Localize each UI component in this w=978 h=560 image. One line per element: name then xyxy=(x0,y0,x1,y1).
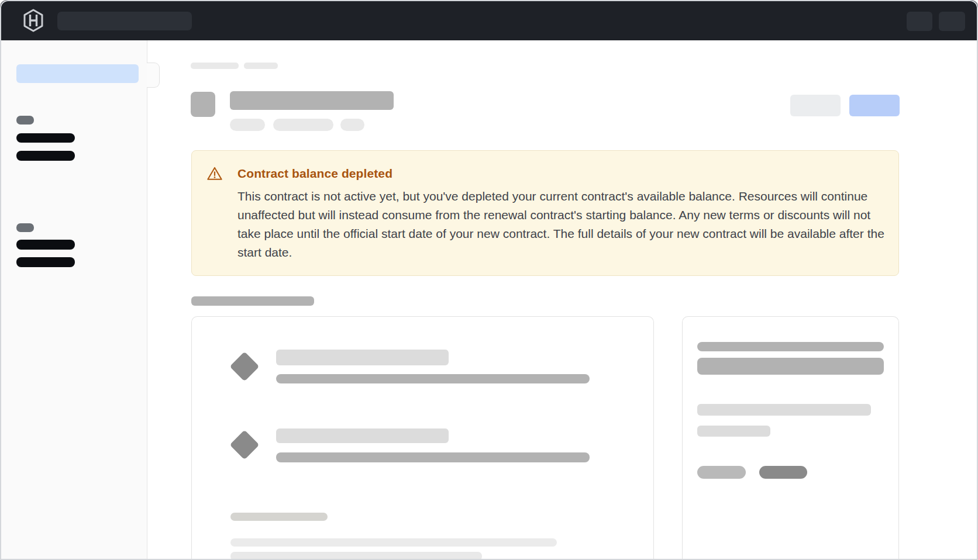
hashicorp-logo-icon[interactable] xyxy=(22,8,44,33)
alert-body: This contract is not active yet, but you… xyxy=(237,187,887,262)
page-badge-placeholder xyxy=(230,119,265,131)
diamond-icon xyxy=(230,430,260,460)
card-footer-line-placeholder xyxy=(230,552,482,560)
detail-heading-placeholder xyxy=(697,358,884,375)
card-footer-label-placeholder xyxy=(230,513,328,521)
breadcrumb-placeholder xyxy=(244,63,278,69)
detail-pill-button-placeholder[interactable] xyxy=(697,466,746,479)
sidebar-active-item-placeholder[interactable] xyxy=(16,64,139,83)
detail-heading-placeholder xyxy=(697,342,884,351)
sidebar-section-label-placeholder-2 xyxy=(16,223,34,232)
list-item-subtitle-placeholder xyxy=(276,374,590,383)
secondary-button-placeholder[interactable] xyxy=(790,95,841,116)
primary-button-placeholder[interactable] xyxy=(849,95,900,116)
page-badge-placeholder xyxy=(340,119,364,131)
sidebar-section-label-placeholder-1 xyxy=(16,116,34,125)
warning-alert: Contract balance depleted This contract … xyxy=(191,150,899,276)
list-item-subtitle-placeholder xyxy=(276,452,590,462)
sidebar-collapse-handle[interactable] xyxy=(147,63,160,88)
sidebar xyxy=(0,40,147,560)
topbar-action-placeholder-2[interactable] xyxy=(939,12,965,31)
section-title-placeholder xyxy=(191,296,314,306)
alert-title: Contract balance depleted xyxy=(237,167,392,181)
detail-pill-button-placeholder[interactable] xyxy=(759,466,807,479)
card-footer-line-placeholder xyxy=(230,538,557,547)
diamond-icon xyxy=(230,352,260,382)
sidebar-nav-item-placeholder[interactable] xyxy=(16,240,75,250)
warning-triangle-icon xyxy=(206,165,223,184)
topbar-search-placeholder[interactable] xyxy=(57,12,192,30)
app-window: Contract balance depleted This contract … xyxy=(0,0,978,560)
sidebar-nav-item-placeholder[interactable] xyxy=(16,257,75,267)
detail-line-placeholder xyxy=(697,426,770,437)
topbar xyxy=(0,0,978,40)
page-icon-placeholder xyxy=(191,92,215,117)
detail-card xyxy=(682,316,899,560)
list-card xyxy=(191,316,654,560)
page-title-placeholder xyxy=(230,91,394,110)
sidebar-nav-item-placeholder[interactable] xyxy=(16,133,75,143)
detail-line-placeholder xyxy=(697,404,871,416)
list-item-title-placeholder xyxy=(276,350,449,365)
topbar-action-placeholder-1[interactable] xyxy=(907,12,932,31)
list-item-title-placeholder xyxy=(276,428,449,443)
sidebar-nav-item-placeholder[interactable] xyxy=(16,151,75,161)
breadcrumb-placeholder xyxy=(191,63,239,69)
page-badge-placeholder xyxy=(273,119,333,131)
